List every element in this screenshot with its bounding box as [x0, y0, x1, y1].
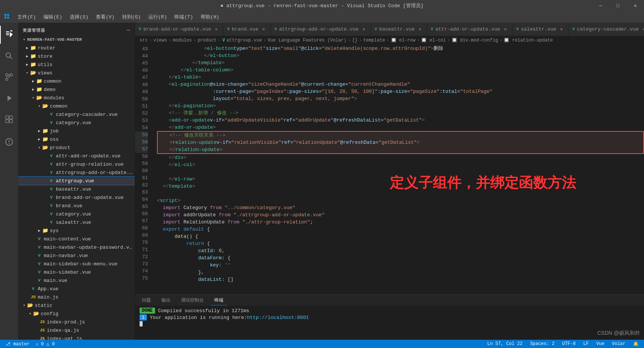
- panel-tab-output[interactable]: 输出: [158, 296, 174, 305]
- tab-attrgroup-add-or-update[interactable]: V attrgroup-add-or-update.vue ✕: [271, 23, 371, 36]
- sidebar-item-modules[interactable]: ▾ 📂 modules: [18, 94, 135, 102]
- menu-item-terminal[interactable]: 终端(T): [171, 12, 196, 22]
- sidebar-item-attr-add-or-update[interactable]: V attr-add-or-update.vue: [18, 152, 135, 160]
- maximize-button[interactable]: □: [609, 0, 627, 11]
- search-icon[interactable]: [0, 47, 18, 65]
- menu-item-select[interactable]: 选择(S): [67, 12, 91, 22]
- sidebar-item-oss[interactable]: ▶ 📁 oss: [18, 135, 135, 143]
- sidebar-item-main-js[interactable]: JS main.js: [18, 293, 135, 301]
- status-lang[interactable]: Vue: [595, 341, 606, 347]
- panel-content: DONE Compiled successfully in 1271ms i Y…: [135, 306, 644, 340]
- root-label: RENREN-FAST-VUE-MASTER: [27, 37, 82, 42]
- title-bar: ● attrgroup.vue - renren-fast-vue-master…: [0, 0, 644, 11]
- debug-icon[interactable]: [0, 89, 18, 107]
- sidebar-item-category[interactable]: V category.vue: [18, 119, 135, 127]
- status-encoding[interactable]: UTF-8: [561, 341, 577, 347]
- sidebar-item-index-uat[interactable]: JS index-uat.js: [18, 334, 135, 340]
- vue-icon: V: [48, 111, 54, 117]
- menu-bar: 文件(F) 编辑(E) 选择(S) 查看(V) 转到(G) 运行(R) 终端(T…: [0, 11, 644, 23]
- sidebar-item-brand-add-or-update[interactable]: V brand-add-or-update.vue: [18, 193, 135, 202]
- sidebar-item-saleattr[interactable]: V saleattr.vue: [18, 218, 135, 226]
- sidebar-item-product[interactable]: ▾ 📂 product: [18, 143, 135, 152]
- panel-tab-debug-console[interactable]: 调试控制台: [177, 296, 207, 305]
- tab-baseattr[interactable]: V baseattr.vue ✕: [371, 23, 427, 36]
- tab-saleattr[interactable]: V saleattr.vue ✕: [513, 23, 569, 36]
- sidebar-item-baseattr[interactable]: V baseattr.vue: [18, 185, 135, 193]
- tree-root[interactable]: ▾ RENREN-FAST-VUE-MASTER: [18, 35, 135, 44]
- editor-area: V brand-add-or-update.vue ✕ V brand.vue …: [135, 23, 644, 340]
- folder-icon-views: 📂: [30, 70, 36, 76]
- sidebar-item-attrogroup-add-or-update[interactable]: V attrogroup-add-or-update.vue: [18, 168, 135, 177]
- sidebar-item-app[interactable]: V App.vue: [18, 285, 135, 293]
- panel-tab-problems[interactable]: 问题: [138, 296, 155, 305]
- terminal-line-2: i Your application is running here: http…: [140, 314, 639, 320]
- sidebar-item-attr-group-relation[interactable]: V attr-group-relation.vue: [18, 160, 135, 168]
- sidebar-item-store[interactable]: ▶ 📁 store: [18, 52, 135, 60]
- minimize-button[interactable]: ─: [592, 0, 609, 11]
- sidebar-item-modules-common[interactable]: ▾ 📂 common: [18, 102, 135, 110]
- sidebar-item-demo[interactable]: ▶ 📁 demo: [18, 85, 135, 94]
- sidebar-item-index-qa[interactable]: JS index-qa.js: [18, 326, 135, 334]
- sidebar-item-main-sidebar-sub[interactable]: V main-sidebar-sub-menu.vue: [18, 260, 135, 268]
- sidebar-item-attrgroup[interactable]: V attrgroup.vue: [18, 177, 135, 185]
- sidebar-item-category2[interactable]: V category.vue: [18, 210, 135, 218]
- menu-item-goto[interactable]: 转到(G): [119, 12, 144, 22]
- sidebar-item-main-sidebar[interactable]: V main-sidebar.vue: [18, 268, 135, 276]
- menu-item-help[interactable]: 帮助(H): [198, 12, 222, 22]
- menu-item-file[interactable]: 文件(F): [14, 12, 39, 22]
- sidebar-item-config[interactable]: ▾ 📂 config: [18, 310, 135, 318]
- status-bell[interactable]: 🔔: [632, 341, 640, 347]
- explorer-icon[interactable]: [0, 26, 18, 44]
- svg-rect-11: [6, 116, 9, 119]
- folder-arrow-utils: ▶: [24, 62, 30, 67]
- close-button[interactable]: ✕: [627, 0, 644, 11]
- status-spaces[interactable]: Spaces: 2: [529, 341, 556, 347]
- status-eol[interactable]: LF: [582, 341, 590, 347]
- sidebar-item-job[interactable]: ▶ 📁 job: [18, 127, 135, 135]
- done-badge: DONE: [140, 308, 155, 314]
- sidebar-item-index-prod[interactable]: JS index-prod.js: [18, 318, 135, 326]
- tab-brand-add-or-update[interactable]: V brand-add-or-update.vue ✕: [135, 23, 223, 36]
- git-icon[interactable]: [0, 133, 18, 151]
- svg-point-4: [6, 53, 11, 57]
- sidebar-item-main-content[interactable]: V main-content.vue: [18, 235, 135, 243]
- extensions-icon[interactable]: [0, 110, 18, 128]
- sidebar-item-main-navbar[interactable]: V main-navbar.vue: [18, 251, 135, 260]
- terminal-panel: 问题 输出 调试控制台 终端 DONE Compiled successfull…: [135, 294, 644, 340]
- sidebar-item-views[interactable]: ▾ 📂 views: [18, 69, 135, 77]
- svg-rect-3: [7, 17, 9, 18]
- tab-attr-add-or-update[interactable]: V attr-add-or-update.vue ✕: [427, 23, 513, 36]
- info-badge: i: [140, 314, 147, 320]
- activity-bar: [0, 23, 18, 340]
- status-branch[interactable]: ⎇ master: [4, 341, 31, 347]
- panel-tab-terminal[interactable]: 终端: [211, 296, 227, 305]
- svg-rect-1: [7, 14, 9, 16]
- menu-item-run[interactable]: 运行(R): [145, 12, 170, 22]
- status-volar[interactable]: Volar: [610, 341, 627, 347]
- menu-item-view[interactable]: 查看(V): [93, 12, 117, 22]
- sidebar-item-common[interactable]: ▶ 📁 common: [18, 77, 135, 85]
- sidebar-item-utils[interactable]: ▶ 📁 utils: [18, 60, 135, 69]
- folder-arrow-router: ▶: [24, 46, 30, 50]
- status-bar: ⎇ master ⚠ 0 △ 0 Ln 57, Col 22 Spaces: 2…: [0, 340, 644, 348]
- tab-brand[interactable]: V brand.vue ✕: [223, 23, 271, 36]
- sidebar-item-brand[interactable]: V brand.vue: [18, 202, 135, 210]
- svg-point-6: [6, 78, 8, 80]
- svg-rect-14: [9, 120, 12, 123]
- sidebar-item-static[interactable]: ▾ 📂 static: [18, 301, 135, 310]
- sidebar-item-category-cascader[interactable]: V category-cascader.vue: [18, 110, 135, 119]
- sidebar-item-main[interactable]: V main.vue: [18, 276, 135, 285]
- sidebar-item-router[interactable]: ▶ 📁 router: [18, 44, 135, 52]
- svg-point-8: [6, 74, 8, 76]
- folder-arrow-views: ▾: [24, 71, 30, 75]
- sidebar-actions: ⋯: [126, 26, 130, 34]
- sidebar-item-main-navbar-pwd[interactable]: V main-navbar-update-password.vue: [18, 243, 135, 251]
- svg-point-7: [10, 74, 12, 76]
- tab-category-cascader[interactable]: V category-cascader.vue ✕: [569, 23, 644, 36]
- menu-item-edit[interactable]: 编辑(E): [40, 12, 65, 22]
- status-line-col[interactable]: Ln 57, Col 22: [486, 341, 524, 347]
- status-errors[interactable]: ⚠ 0 △ 0: [34, 341, 56, 347]
- source-control-icon[interactable]: [0, 68, 18, 86]
- code-content[interactable]: <el-button type="text" size="small" @cli…: [154, 45, 644, 294]
- sidebar-item-sys[interactable]: ▶ 📁 sys: [18, 226, 135, 235]
